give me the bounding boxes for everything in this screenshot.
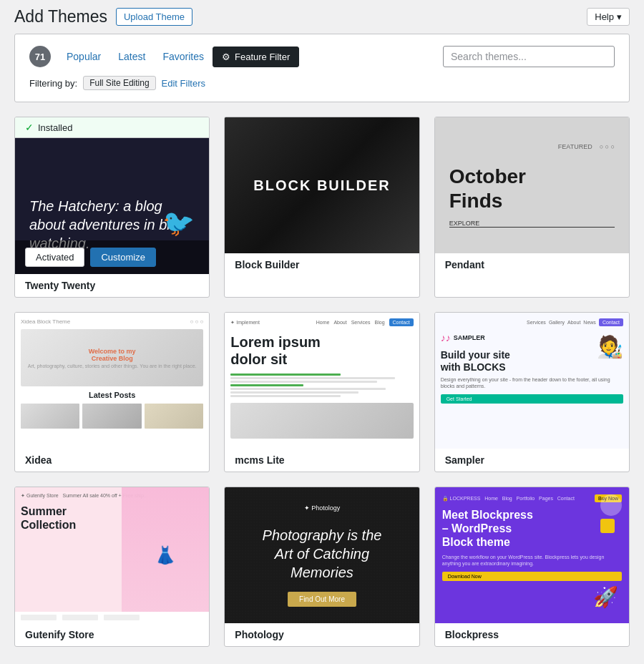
theme-screenshot-pendant: FEATURED ○ ○ ○ OctoberFinds EXPLORE — [435, 117, 629, 253]
page-title-area: Add Themes Upload Theme — [14, 7, 192, 26]
sampler-illustration: 🧑‍🎨 — [597, 334, 623, 359]
theme-card-blockpress: 🔒 LOCKPRESS Home Blog Portfolio Pages Co… — [434, 487, 630, 647]
theme-label-sampler: Sampler — [445, 454, 484, 466]
search-input[interactable] — [443, 46, 615, 67]
theme-screenshot-mcms-lite: ✦ Implement HomeAboutServicesBlog Contac… — [225, 313, 419, 449]
theme-name-bar: Block Builder — [225, 253, 419, 276]
theme-name-bar: Sampler — [435, 449, 629, 472]
theme-label-twenty-twenty: Twenty Twenty — [25, 280, 95, 291]
nav-popular[interactable]: Popular — [58, 47, 109, 67]
theme-screenshot-block-builder: BLOCK BUILDER — [225, 117, 419, 253]
theme-card-xidea: Xidea Block Theme○ ○ ○ Welcome to my Cre… — [14, 312, 210, 472]
activated-button[interactable]: Activated — [25, 248, 84, 267]
theme-name-bar: Gutenify Store — [15, 623, 209, 646]
page-title: Add Themes — [14, 7, 107, 26]
theme-name-bar: Photology — [225, 623, 419, 646]
gear-icon: ⚙ — [222, 52, 230, 62]
theme-card-pendant: FEATURED ○ ○ ○ OctoberFinds EXPLORE Pend… — [434, 117, 630, 298]
theme-name-bar: Twenty Twenty — [15, 274, 209, 297]
theme-card-block-builder: BLOCK BUILDER Block Builder — [224, 117, 419, 298]
theme-screenshot-sampler: ServicesGalleryAboutNews Contact ♪♪ SAMP… — [435, 313, 629, 449]
theme-name-bar: mcms Lite — [225, 449, 419, 472]
chevron-down-icon: ▾ — [617, 11, 622, 22]
nav-latest[interactable]: Latest — [109, 47, 154, 67]
theme-card-mcms-lite: ✦ Implement HomeAboutServicesBlog Contac… — [224, 312, 419, 472]
theme-screenshot-gutenify-store: ✦ Gutenify Store Summer All sale 40% off… — [15, 487, 209, 623]
feature-filter-button[interactable]: ⚙ Feature Filter — [213, 47, 299, 67]
theme-count-badge: 71 — [29, 46, 51, 67]
installed-banner: ✓ Installed — [15, 117, 209, 138]
nav-favorites[interactable]: Favorites — [154, 47, 213, 67]
edit-filters-link[interactable]: Edit Filters — [162, 78, 205, 89]
theme-screenshot-photology: ✦ Photology Photography is theArt of Cat… — [225, 487, 419, 623]
theme-label-xidea: Xidea — [25, 454, 52, 466]
theme-card-photology: ✦ Photology Photography is theArt of Cat… — [224, 487, 419, 647]
theme-label-gutenify-store: Gutenify Store — [25, 629, 94, 640]
theme-label-pendant: Pendant — [445, 259, 484, 270]
customize-button[interactable]: Customize — [90, 248, 155, 267]
help-label: Help — [595, 11, 614, 22]
filter-bottom: Filtering by: Full Site Editing Edit Fil… — [29, 76, 615, 90]
theme-name-bar: Blockpress — [435, 623, 629, 646]
theme-card-gutenify-store: ✦ Gutenify Store Summer All sale 40% off… — [14, 487, 210, 647]
theme-name-bar: Xidea — [15, 449, 209, 472]
help-button[interactable]: Help ▾ — [587, 8, 630, 26]
theme-name-bar: Pendant — [435, 253, 629, 276]
feature-filter-label: Feature Filter — [235, 52, 290, 62]
theme-label-blockpress: Blockpress — [445, 629, 499, 640]
theme-label-block-builder: Block Builder — [235, 259, 299, 270]
theme-card-twenty-twenty: ✓ Installed The Hatchery: a blog about a… — [14, 117, 210, 298]
theme-label-mcms-lite: mcms Lite — [235, 454, 284, 466]
theme-screenshot-twenty-twenty: The Hatchery: a blog about adventures in… — [15, 138, 209, 274]
check-icon: ✓ — [25, 122, 34, 133]
theme-label-photology: Photology — [235, 629, 283, 640]
themes-grid: ✓ Installed The Hatchery: a blog about a… — [14, 117, 630, 647]
filter-tag: Full Site Editing — [83, 76, 155, 90]
page-header: Add Themes Upload Theme Help ▾ — [0, 0, 644, 34]
installed-label: Installed — [38, 122, 72, 133]
filtering-by-label: Filtering by: — [29, 78, 77, 89]
upload-theme-button[interactable]: Upload Theme — [116, 8, 192, 26]
theme-screenshot-blockpress: 🔒 LOCKPRESS Home Blog Portfolio Pages Co… — [435, 487, 629, 623]
filter-bar: 71 Popular Latest Favorites ⚙ Feature Fi… — [14, 34, 630, 102]
theme-card-sampler: ServicesGalleryAboutNews Contact ♪♪ SAMP… — [434, 312, 630, 472]
filter-nav: 71 Popular Latest Favorites ⚙ Feature Fi… — [29, 46, 299, 67]
filter-top: 71 Popular Latest Favorites ⚙ Feature Fi… — [29, 46, 615, 67]
theme-screenshot-xidea: Xidea Block Theme○ ○ ○ Welcome to my Cre… — [15, 313, 209, 449]
main-content: 71 Popular Latest Favorites ⚙ Feature Fi… — [14, 34, 630, 647]
